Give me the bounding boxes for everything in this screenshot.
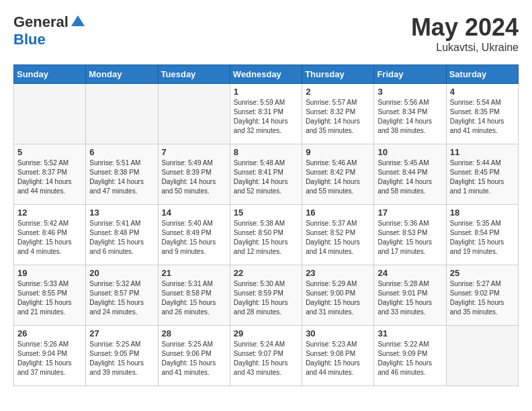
calendar-cell: 3Sunrise: 5:56 AM Sunset: 8:34 PM Daylig… — [374, 84, 446, 144]
day-info: Sunrise: 5:42 AM Sunset: 8:46 PM Dayligh… — [17, 219, 82, 257]
day-info: Sunrise: 5:26 AM Sunset: 9:04 PM Dayligh… — [17, 340, 82, 377]
calendar-cell — [446, 326, 518, 386]
calendar-cell: 24Sunrise: 5:28 AM Sunset: 9:01 PM Dayli… — [374, 265, 446, 326]
week-row-2: 5Sunrise: 5:52 AM Sunset: 8:37 PM Daylig… — [14, 144, 519, 205]
day-number: 5 — [17, 147, 82, 157]
day-info: Sunrise: 5:56 AM Sunset: 8:34 PM Dayligh… — [378, 98, 442, 136]
calendar-cell: 1Sunrise: 5:59 AM Sunset: 8:31 PM Daylig… — [230, 84, 302, 144]
day-number: 2 — [306, 87, 370, 97]
day-info: Sunrise: 5:41 AM Sunset: 8:48 PM Dayligh… — [89, 219, 154, 257]
weekday-header-sunday: Sunday — [14, 65, 86, 84]
calendar-cell: 15Sunrise: 5:38 AM Sunset: 8:50 PM Dayli… — [230, 205, 302, 265]
weekday-header-thursday: Thursday — [302, 65, 374, 84]
weekday-header-row: SundayMondayTuesdayWednesdayThursdayFrid… — [14, 65, 519, 84]
calendar-cell: 29Sunrise: 5:24 AM Sunset: 9:07 PM Dayli… — [230, 326, 302, 386]
calendar-cell: 8Sunrise: 5:48 AM Sunset: 8:41 PM Daylig… — [230, 144, 302, 205]
day-info: Sunrise: 5:27 AM Sunset: 9:02 PM Dayligh… — [450, 279, 515, 317]
logo: General Blue — [13, 13, 86, 48]
calendar-cell: 2Sunrise: 5:57 AM Sunset: 8:32 PM Daylig… — [302, 84, 374, 144]
calendar-cell: 21Sunrise: 5:31 AM Sunset: 8:58 PM Dayli… — [158, 265, 230, 326]
day-info: Sunrise: 5:33 AM Sunset: 8:55 PM Dayligh… — [17, 279, 82, 317]
day-number: 22 — [234, 268, 298, 278]
calendar-cell: 28Sunrise: 5:25 AM Sunset: 9:06 PM Dayli… — [158, 326, 230, 386]
calendar-cell: 31Sunrise: 5:22 AM Sunset: 9:09 PM Dayli… — [374, 326, 446, 386]
day-number: 24 — [378, 268, 442, 278]
day-number: 29 — [234, 328, 298, 338]
day-number: 28 — [162, 328, 226, 338]
day-number: 12 — [17, 208, 82, 218]
day-number: 3 — [378, 87, 442, 97]
day-number: 27 — [89, 328, 154, 338]
calendar-cell: 25Sunrise: 5:27 AM Sunset: 9:02 PM Dayli… — [446, 265, 518, 326]
calendar-cell: 30Sunrise: 5:23 AM Sunset: 9:08 PM Dayli… — [302, 326, 374, 386]
day-number: 6 — [89, 147, 154, 157]
day-info: Sunrise: 5:52 AM Sunset: 8:37 PM Dayligh… — [17, 158, 82, 196]
week-row-3: 12Sunrise: 5:42 AM Sunset: 8:46 PM Dayli… — [14, 205, 519, 265]
day-info: Sunrise: 5:22 AM Sunset: 9:09 PM Dayligh… — [378, 340, 442, 377]
day-number: 19 — [17, 268, 82, 278]
calendar-cell: 22Sunrise: 5:30 AM Sunset: 8:59 PM Dayli… — [230, 265, 302, 326]
day-info: Sunrise: 5:35 AM Sunset: 8:54 PM Dayligh… — [450, 219, 515, 257]
week-row-1: 1Sunrise: 5:59 AM Sunset: 8:31 PM Daylig… — [14, 84, 519, 144]
day-number: 14 — [162, 208, 226, 218]
page-header: General Blue May 2024 Lukavtsi, Ukraine — [13, 13, 519, 54]
calendar-cell: 4Sunrise: 5:54 AM Sunset: 8:35 PM Daylig… — [446, 84, 518, 144]
calendar-cell: 20Sunrise: 5:32 AM Sunset: 8:57 PM Dayli… — [86, 265, 158, 326]
day-info: Sunrise: 5:25 AM Sunset: 9:06 PM Dayligh… — [162, 340, 226, 377]
day-info: Sunrise: 5:37 AM Sunset: 8:52 PM Dayligh… — [306, 219, 370, 257]
day-info: Sunrise: 5:57 AM Sunset: 8:32 PM Dayligh… — [306, 98, 370, 136]
day-info: Sunrise: 5:45 AM Sunset: 8:44 PM Dayligh… — [378, 158, 442, 196]
day-info: Sunrise: 5:48 AM Sunset: 8:41 PM Dayligh… — [234, 158, 298, 196]
calendar-cell: 6Sunrise: 5:51 AM Sunset: 8:38 PM Daylig… — [86, 144, 158, 205]
day-number: 8 — [234, 147, 298, 157]
day-number: 16 — [306, 208, 370, 218]
day-number: 30 — [306, 328, 370, 338]
weekday-header-saturday: Saturday — [446, 65, 518, 84]
week-row-5: 26Sunrise: 5:26 AM Sunset: 9:04 PM Dayli… — [14, 326, 519, 386]
day-info: Sunrise: 5:49 AM Sunset: 8:39 PM Dayligh… — [162, 158, 226, 196]
calendar-cell: 17Sunrise: 5:36 AM Sunset: 8:53 PM Dayli… — [374, 205, 446, 265]
day-info: Sunrise: 5:54 AM Sunset: 8:35 PM Dayligh… — [450, 98, 515, 136]
week-row-4: 19Sunrise: 5:33 AM Sunset: 8:55 PM Dayli… — [14, 265, 519, 326]
location-text: Lukavtsi, Ukraine — [411, 42, 519, 54]
day-info: Sunrise: 5:32 AM Sunset: 8:57 PM Dayligh… — [89, 279, 154, 317]
day-info: Sunrise: 5:38 AM Sunset: 8:50 PM Dayligh… — [234, 219, 298, 257]
calendar-cell: 7Sunrise: 5:49 AM Sunset: 8:39 PM Daylig… — [158, 144, 230, 205]
day-info: Sunrise: 5:46 AM Sunset: 8:42 PM Dayligh… — [306, 158, 370, 196]
day-number: 21 — [162, 268, 226, 278]
logo-general-text: General — [13, 13, 69, 31]
calendar-cell: 18Sunrise: 5:35 AM Sunset: 8:54 PM Dayli… — [446, 205, 518, 265]
day-number: 18 — [450, 208, 515, 218]
day-info: Sunrise: 5:28 AM Sunset: 9:01 PM Dayligh… — [378, 279, 442, 317]
day-info: Sunrise: 5:51 AM Sunset: 8:38 PM Dayligh… — [89, 158, 154, 196]
title-section: May 2024 Lukavtsi, Ukraine — [411, 13, 519, 54]
logo-blue-text: Blue — [13, 31, 46, 48]
calendar-cell: 27Sunrise: 5:25 AM Sunset: 9:05 PM Dayli… — [86, 326, 158, 386]
day-number: 10 — [378, 147, 442, 157]
weekday-header-friday: Friday — [374, 65, 446, 84]
day-number: 23 — [306, 268, 370, 278]
calendar-cell: 11Sunrise: 5:44 AM Sunset: 8:45 PM Dayli… — [446, 144, 518, 205]
day-info: Sunrise: 5:36 AM Sunset: 8:53 PM Dayligh… — [378, 219, 442, 257]
calendar-cell: 10Sunrise: 5:45 AM Sunset: 8:44 PM Dayli… — [374, 144, 446, 205]
day-number: 7 — [162, 147, 226, 157]
month-title: May 2024 — [411, 13, 519, 42]
calendar-cell: 14Sunrise: 5:40 AM Sunset: 8:49 PM Dayli… — [158, 205, 230, 265]
day-number: 4 — [450, 87, 515, 97]
day-number: 13 — [89, 208, 154, 218]
day-number: 20 — [89, 268, 154, 278]
weekday-header-monday: Monday — [86, 65, 158, 84]
day-number: 26 — [17, 328, 82, 338]
calendar-cell — [86, 84, 158, 144]
weekday-header-wednesday: Wednesday — [230, 65, 302, 84]
day-info: Sunrise: 5:40 AM Sunset: 8:49 PM Dayligh… — [162, 219, 226, 257]
day-info: Sunrise: 5:23 AM Sunset: 9:08 PM Dayligh… — [306, 340, 370, 377]
day-info: Sunrise: 5:29 AM Sunset: 9:00 PM Dayligh… — [306, 279, 370, 317]
day-number: 11 — [450, 147, 515, 157]
day-info: Sunrise: 5:24 AM Sunset: 9:07 PM Dayligh… — [234, 340, 298, 377]
logo-icon — [70, 14, 86, 30]
day-info: Sunrise: 5:59 AM Sunset: 8:31 PM Dayligh… — [234, 98, 298, 136]
calendar-cell — [158, 84, 230, 144]
calendar-cell — [14, 84, 86, 144]
calendar-table: SundayMondayTuesdayWednesdayThursdayFrid… — [13, 64, 519, 386]
